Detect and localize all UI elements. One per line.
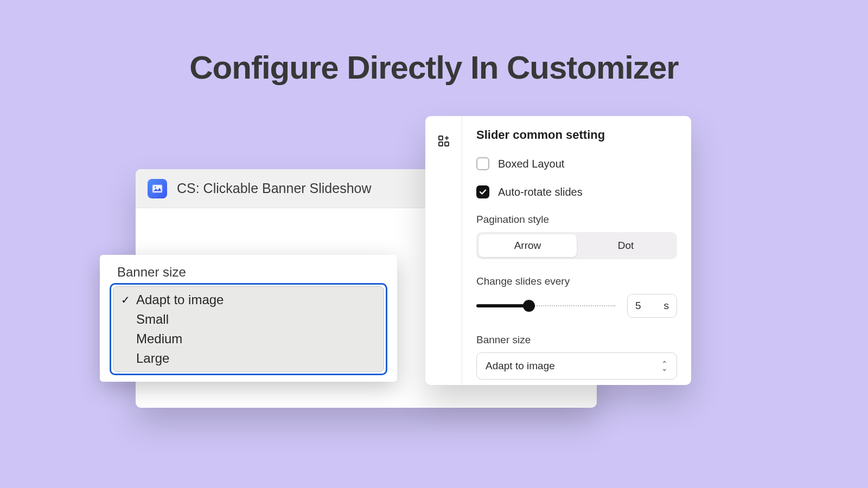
- interval-value: 5: [635, 300, 641, 312]
- checkbox-row-boxed-layout[interactable]: Boxed Layout: [476, 157, 677, 170]
- banner-size-field-label: Banner size: [476, 334, 677, 346]
- banner-size-selected-value: Adapt to image: [486, 360, 555, 372]
- svg-rect-3: [439, 136, 443, 140]
- svg-point-2: [155, 186, 156, 188]
- option-label: Medium: [136, 331, 182, 346]
- segment-arrow[interactable]: Arrow: [478, 234, 577, 257]
- banner-size-dropdown-card: Banner size ✓ Adapt to image Small Mediu…: [100, 255, 397, 382]
- slider-thumb[interactable]: [523, 300, 535, 312]
- slider-fill: [476, 304, 529, 307]
- app-icon: [148, 179, 167, 198]
- hero-title: Configure Directly In Customizer: [0, 49, 868, 86]
- panel-body: Slider common setting Boxed Layout Auto-…: [462, 116, 691, 385]
- option-label: Large: [136, 351, 169, 366]
- checkbox-row-auto-rotate[interactable]: Auto-rotate slides: [476, 185, 677, 198]
- banner-size-options-list: ✓ Adapt to image Small Medium Large: [113, 286, 384, 372]
- interval-unit: s: [664, 300, 669, 312]
- banner-size-label: Banner size: [110, 265, 387, 280]
- segment-dot[interactable]: Dot: [577, 234, 675, 257]
- checkbox-boxed-layout[interactable]: [476, 157, 489, 170]
- interval-slider-row: 5 s: [476, 294, 677, 318]
- option-label: Adapt to image: [136, 292, 224, 307]
- banner-size-select-right[interactable]: Adapt to image ⌃⌄: [476, 352, 677, 380]
- checkbox-label: Auto-rotate slides: [498, 186, 583, 198]
- checkbox-label: Boxed Layout: [498, 158, 564, 170]
- pagination-style-label: Pagination style: [476, 214, 677, 226]
- option-medium[interactable]: Medium: [113, 329, 384, 349]
- slider-settings-panel: Slider common setting Boxed Layout Auto-…: [425, 116, 691, 385]
- interval-slider[interactable]: [476, 304, 615, 307]
- section-title: CS: Clickable Banner Slideshow: [177, 181, 372, 196]
- svg-rect-5: [445, 142, 449, 146]
- svg-rect-1: [152, 185, 162, 192]
- panel-rail: [425, 116, 462, 385]
- sections-icon[interactable]: [438, 136, 449, 149]
- panel-heading: Slider common setting: [476, 128, 677, 142]
- updown-icon: ⌃⌄: [661, 362, 668, 370]
- check-icon: ✓: [121, 293, 132, 306]
- checkbox-auto-rotate[interactable]: [476, 185, 489, 198]
- svg-rect-4: [439, 142, 443, 146]
- change-slides-label: Change slides every: [476, 275, 677, 287]
- banner-size-select[interactable]: ✓ Adapt to image Small Medium Large: [110, 283, 387, 375]
- option-small[interactable]: Small: [113, 310, 384, 329]
- option-label: Small: [136, 312, 169, 327]
- interval-value-box[interactable]: 5 s: [627, 294, 677, 318]
- pagination-style-segmented: Arrow Dot: [476, 232, 677, 259]
- option-large[interactable]: Large: [113, 349, 384, 368]
- option-adapt-to-image[interactable]: ✓ Adapt to image: [113, 290, 384, 310]
